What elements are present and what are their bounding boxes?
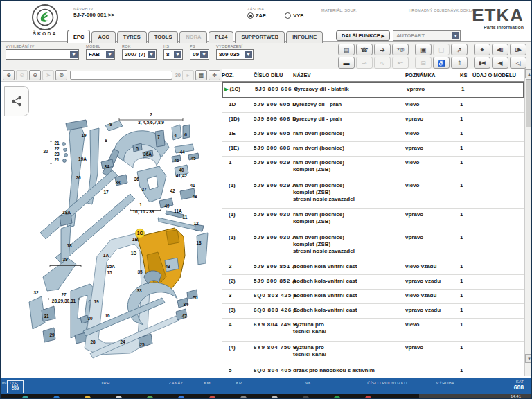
zoom-in-button[interactable]: ⊕ [3, 70, 15, 80]
statusbar-field: ZAKÁZ. [169, 381, 185, 385]
vyhledani-select[interactable]: ▼ [6, 49, 79, 60]
scroll-up-icon[interactable]: ▲ [525, 69, 532, 78]
taskbar-app-icon[interactable] [303, 396, 309, 399]
tab-tools[interactable]: TOOLS [148, 31, 179, 43]
table-scrollbar[interactable]: ▲ ▼ [524, 69, 532, 376]
exploded-parts-diagram[interactable]: 23, 4,5,6,7,8,9919202122232119A826343817… [1, 82, 222, 376]
table-row[interactable]: 36Q0 803 425 Epodbeh kola-vnitrni castvl… [222, 290, 524, 304]
tab-nora: NORA [179, 31, 207, 43]
zasoba-vyp-radio[interactable]: VYP. [285, 12, 304, 19]
zoom-window-button[interactable]: ⊚ [55, 70, 67, 80]
taskbar-app-icon[interactable] [85, 396, 91, 399]
tab-tyres[interactable]: TYRES [117, 31, 147, 43]
tab-epc[interactable]: EPC [67, 30, 90, 43]
taskbar-app-icon[interactable] [22, 396, 28, 399]
dropdown-arrow-icon[interactable]: ▼ [148, 51, 155, 58]
table-row[interactable]: (4)6Y9 804 750 Bvyztuha protesnici kanal… [222, 342, 524, 364]
accessibility-button[interactable]: ♿ [433, 57, 450, 69]
svg-text:41: 41 [190, 183, 195, 188]
page-forward-button[interactable]: ▯▶ [510, 44, 526, 55]
vyobrazeni-select[interactable]: 809-035▼ [216, 49, 254, 60]
taskbar-app-icon[interactable] [272, 396, 278, 399]
model-select[interactable]: FAB▼ [86, 49, 115, 60]
pan-button: ➤ [42, 70, 54, 80]
print-button[interactable]: ▤ [338, 44, 355, 55]
svg-text:16, 10 - 39: 16, 10 - 39 [132, 209, 154, 215]
tab-acc[interactable]: ACC [91, 31, 115, 43]
taskbar-app-icon[interactable] [240, 396, 247, 399]
screen-button[interactable]: ▬ [338, 57, 355, 69]
taskbar-app-icon[interactable] [53, 396, 60, 399]
table-row[interactable]: (3)6Q0 803 426 Epodbeh kola-vnitrni cast… [222, 304, 524, 319]
nav-back-button[interactable]: ◁ [510, 57, 526, 69]
svg-text:17: 17 [103, 190, 109, 195]
page-back-button[interactable]: ◀▯ [492, 44, 508, 55]
dropdown-arrow-icon[interactable]: ▼ [106, 51, 114, 58]
nav-first-button[interactable]: ▮◀ [474, 57, 490, 69]
help-button[interactable]: ?@ [392, 44, 409, 55]
scrollbar-thumb[interactable] [526, 79, 532, 127]
tab-supportweb[interactable]: SUPPORTWEB [235, 31, 285, 43]
support-button[interactable]: ☎ [356, 44, 373, 55]
dropdown-arrow-icon[interactable]: ▼ [452, 32, 459, 39]
hs-select[interactable]: 8▼ [163, 49, 183, 60]
taskbar-app-icon[interactable] [116, 396, 122, 399]
taskbar-tray[interactable]: 14:41 [419, 394, 532, 399]
table-row[interactable]: (1E)5J9 809 606ram dveri (bocnice)vpravo… [222, 142, 524, 157]
table-row[interactable]: 1E5J9 809 605ram dveri (bocnice)vlevo1 [222, 127, 524, 142]
radio-off-icon [285, 12, 291, 19]
kat-block: KAT 608 [514, 380, 524, 391]
grid-button[interactable]: ▦ [195, 70, 207, 80]
parts-table: POZ.ČÍSLO DÍLUNÁZEVPOZNÁMKAKSÚDAJ O MODE… [222, 69, 524, 376]
elsa-button[interactable]: ▣ [415, 44, 432, 55]
table-row[interactable]: 56Q0 804 405drzak pro nadobkou s aktivni… [222, 364, 524, 373]
fit-button[interactable]: ✛ [209, 70, 220, 80]
table-row[interactable]: 25J9 809 851 Apodbeh kola-vnitrni castvl… [222, 260, 524, 275]
table-row[interactable]: 15J9 809 029ram dveri (bocnice)komplet (… [222, 157, 524, 179]
autopart-select[interactable]: AUTOPART ▼ [393, 30, 461, 41]
kat-value: 608 [514, 384, 524, 391]
windows-taskbar[interactable]: 14:41 [1, 394, 532, 399]
table-row[interactable]: 46Y9 804 749 Bvyztuha protesnici kanalvl… [222, 319, 524, 342]
statusbar-field: KM [204, 381, 211, 385]
ps-select[interactable]: 09▼ [190, 49, 209, 60]
table-row[interactable]: (1)5J9 809 030 Aram dveri (bocnice)kompl… [222, 231, 524, 260]
vyhledani-label: VYHLEDÁNÍ IV [6, 44, 79, 48]
navrh-value[interactable]: 5J-7-000 001 >> [73, 12, 114, 18]
svg-text:42: 42 [170, 188, 175, 193]
scroll-down-icon[interactable]: ▼ [525, 354, 532, 363]
taskbar-app-icon[interactable] [365, 396, 371, 399]
svg-text:22: 22 [54, 146, 60, 151]
taskbar-app-icon[interactable] [209, 396, 215, 399]
order-list-button[interactable]: ⇗ [451, 44, 468, 55]
nav-prev-button[interactable]: ◀ [492, 57, 508, 69]
zoom-slider[interactable] [70, 71, 172, 80]
rok-select[interactable]: 2007 (7)▼ [122, 49, 157, 60]
table-row[interactable]: (1)5J9 809 030ram dveri (bocnice)komplet… [222, 209, 524, 231]
tab-pl24[interactable]: PL24 [209, 31, 233, 43]
taskbar-app-icon[interactable] [334, 396, 340, 399]
diagram-toolbar: ⊕⊙⊖➤⊚30▸▦✛ [1, 69, 222, 82]
cart-button[interactable]: ⇑ [451, 57, 468, 69]
pin-button[interactable]: ✦ [474, 44, 490, 55]
send-button[interactable]: ➔ [374, 44, 391, 55]
taskbar-app-icon[interactable] [147, 396, 153, 399]
ps-label: PS [190, 44, 209, 48]
table-row[interactable]: (2)5J9 809 852 Apodbeh kola-vnitrni cast… [222, 275, 524, 290]
svg-text:16: 16 [105, 313, 110, 318]
dalsi-funkce-button[interactable]: DALŠÍ FUNKCE [336, 30, 390, 41]
zasoba-zap-radio[interactable]: ZAP. [247, 12, 267, 19]
table-row[interactable]: ▶(1C)5J9 809 606 Cvyrezovy dil - blatnik… [222, 82, 524, 98]
zoom-out-button[interactable]: ⊖ [29, 70, 41, 80]
dropdown-arrow-icon[interactable]: ▼ [245, 51, 252, 58]
tab-infoline[interactable]: INFOLINE [286, 31, 323, 43]
table-row[interactable]: (1D)5J9 809 606 Dvyrezovy dil - prahvpra… [222, 113, 524, 127]
svg-text:45: 45 [190, 156, 196, 161]
dropdown-arrow-icon[interactable]: ▼ [174, 51, 181, 58]
taskbar-app-icon[interactable] [178, 396, 184, 399]
table-row[interactable]: 1D5J9 809 605 Dvyrezovy dil - prahvlevo1 [222, 98, 524, 113]
dropdown-arrow-icon[interactable]: ▼ [200, 51, 208, 58]
svg-text:19: 19 [94, 299, 99, 304]
dropdown-arrow-icon[interactable]: ▼ [70, 51, 78, 58]
table-row[interactable]: (1)5J9 809 029 Aram dveri (bocnice)kompl… [222, 179, 524, 209]
